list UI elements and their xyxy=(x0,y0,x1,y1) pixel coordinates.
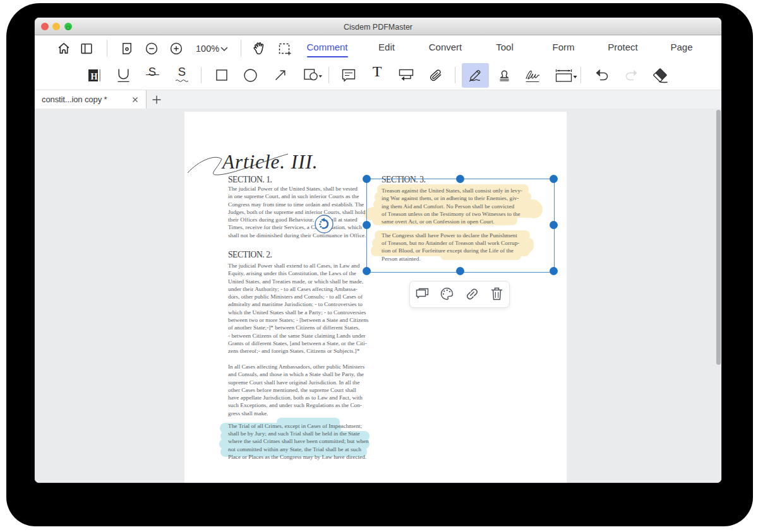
svg-text:H: H xyxy=(91,72,98,81)
